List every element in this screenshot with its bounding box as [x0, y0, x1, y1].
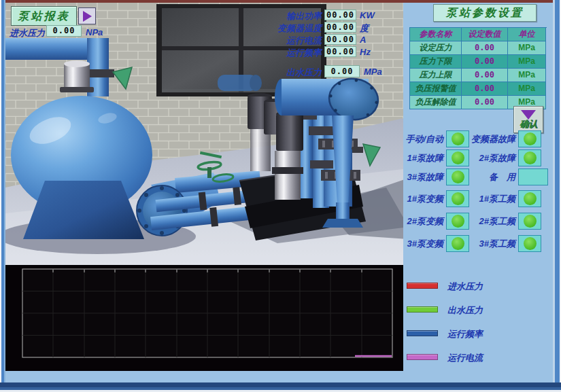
status-label: 3#泵工频 [479, 238, 515, 250]
confirm-button[interactable]: 确认 [513, 106, 543, 133]
status-lamp-box [446, 190, 469, 207]
legend-swatch-run-current [407, 354, 438, 360]
run-frequency-label: 运行频率 [240, 47, 322, 59]
legend-label: 运行电流 [447, 352, 483, 364]
output-power-unit: KW [360, 10, 375, 20]
status-label: 1#泵工频 [479, 193, 515, 205]
param-name: 设定压力 [410, 41, 462, 55]
status-lamp-icon [524, 237, 537, 250]
scene-area: 泵站报表 进水压力 0.00 NPa 输出功率 00.00 KW 变频器温度 0… [5, 3, 403, 265]
status-label: 2#泵故障 [479, 152, 515, 164]
parameters-table: 参数名称 设定数值 单位 设定压力 0.00 MPa 压力下限 0.00 MPa… [409, 27, 547, 109]
status-label: 2#泵工频 [479, 215, 515, 228]
run-current-label: 运行电流 [240, 35, 322, 47]
status-row: 2#泵变频 2#泵工频 [403, 213, 553, 230]
table-header-row: 参数名称 设定数值 单位 [410, 28, 547, 41]
status-lamp-box [446, 168, 469, 185]
legend-label: 出水压力 [447, 304, 483, 317]
legend-item: 运行电流 [403, 351, 553, 363]
legend-item: 进水压力 [403, 280, 553, 292]
status-row: 3#泵变频 3#泵工频 [403, 235, 553, 253]
output-power-value: 00.00 [324, 10, 356, 20]
col-header-unit: 单位 [508, 28, 546, 41]
trend-chart [5, 265, 403, 371]
status-lamp-icon [452, 152, 464, 164]
param-name: 压力上限 [410, 69, 462, 82]
status-lamp-icon [452, 237, 464, 250]
legend-item: 出水压力 [403, 304, 553, 316]
run-frequency-value: 00.00 [324, 46, 356, 57]
frame-top-edge [0, 0, 561, 3]
report-nav-button[interactable] [78, 7, 96, 24]
pump-station-hmi: 泵站报表 进水压力 0.00 NPa 输出功率 00.00 KW 变频器温度 0… [0, 0, 561, 392]
status-row: 1#泵变频 1#泵工频 [403, 190, 553, 208]
status-label: 备 用 [489, 171, 515, 183]
inverter-temp-label: 变频器温度 [240, 22, 322, 35]
legend-item: 运行频率 [403, 327, 553, 340]
status-label: 1#泵故障 [407, 152, 443, 164]
frame-right-edge [553, 0, 561, 392]
status-lamp-box [518, 213, 541, 230]
status-lamp-icon [452, 132, 464, 145]
settings-panel: 泵站参数设置 参数名称 设定数值 单位 设定压力 0.00 MPa 压力下限 0… [403, 3, 553, 382]
param-value[interactable]: 0.00 [462, 82, 508, 96]
param-unit: MPa [508, 82, 546, 96]
param-name: 负压解除值 [410, 96, 462, 109]
param-unit: MPa [508, 69, 546, 82]
table-row: 设定压力 0.00 MPa [410, 41, 547, 55]
frame-bottom-edge [0, 382, 561, 392]
trend-chart-plot [5, 265, 403, 371]
status-lamp-box [518, 130, 541, 147]
settings-title: 泵站参数设置 [433, 4, 537, 22]
status-lamp-icon [524, 132, 537, 145]
status-lamp-icon [452, 215, 464, 228]
status-lamp-box [446, 235, 469, 252]
report-button[interactable]: 泵站报表 [11, 6, 77, 26]
col-header-value: 设定数值 [462, 28, 508, 41]
status-label: 3#泵变频 [407, 238, 443, 250]
status-lamp-icon [524, 192, 537, 205]
param-name: 负压报警值 [410, 82, 462, 96]
confirm-label: 确认 [520, 120, 537, 129]
status-lamp-box [518, 190, 541, 207]
inlet-pressure-unit: NPa [86, 27, 103, 37]
status-label: 2#泵变频 [407, 215, 443, 228]
status-lamp-box [446, 149, 469, 166]
status-label: 3#泵故障 [407, 171, 443, 183]
status-lamp-box [518, 168, 548, 185]
param-unit: MPa [508, 41, 546, 55]
status-lamp-box [518, 149, 541, 166]
status-lamp-box [446, 130, 469, 147]
param-name: 压力下限 [410, 55, 462, 69]
legend-swatch-inlet-pressure [407, 283, 438, 289]
status-lamp-box [518, 235, 541, 252]
inlet-pressure-label: 进水压力 [10, 27, 45, 39]
table-row: 压力下限 0.00 MPa [410, 55, 547, 69]
outlet-pressure-label: 出水压力 [240, 67, 322, 79]
inlet-pressure-value: 0.00 [46, 25, 82, 37]
status-lamp-icon [452, 171, 464, 183]
param-value[interactable]: 0.00 [462, 55, 508, 69]
legend-swatch-run-frequency [407, 330, 438, 336]
param-value[interactable]: 0.00 [462, 96, 508, 109]
inverter-temp-unit: 度 [360, 22, 369, 35]
confirm-down-triangle-icon [521, 110, 536, 120]
frame-left-edge [0, 0, 5, 392]
table-row: 压力上限 0.00 MPa [410, 69, 547, 82]
run-current-unit: A [360, 35, 366, 45]
outlet-pressure-unit: MPa [364, 67, 382, 77]
legend-label: 进水压力 [447, 281, 483, 293]
status-lamp-icon [524, 152, 537, 164]
param-value[interactable]: 0.00 [462, 41, 508, 55]
status-lamp-icon [524, 215, 537, 228]
param-unit: MPa [508, 55, 546, 69]
outlet-pressure-value: 0.00 [324, 65, 360, 77]
status-label: 手动/自动 [405, 133, 443, 145]
table-row: 负压报警值 0.00 MPa [410, 82, 547, 96]
status-row: 3#泵故障 备 用 [403, 168, 553, 186]
status-row: 手动/自动 变频器故障 [403, 130, 553, 148]
status-lamp-icon [452, 192, 464, 205]
inverter-temp-value: 00.00 [324, 22, 356, 33]
status-label: 1#泵变频 [407, 193, 443, 205]
param-value[interactable]: 0.00 [462, 69, 508, 82]
